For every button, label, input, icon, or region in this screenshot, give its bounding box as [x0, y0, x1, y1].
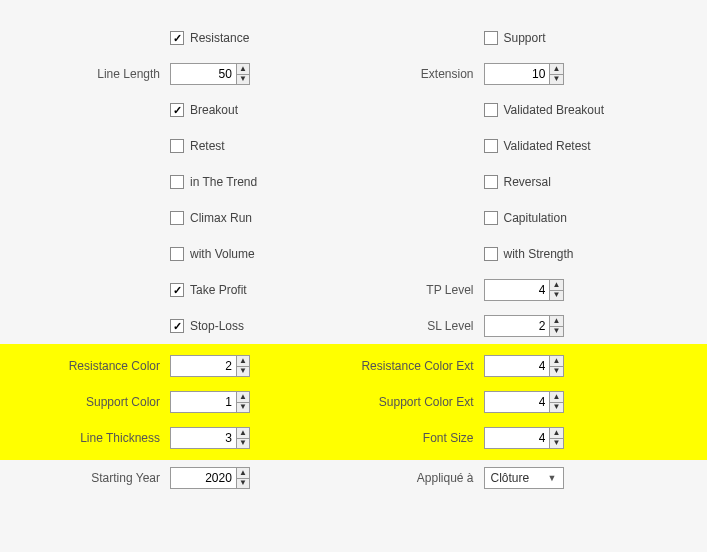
stop-loss-label: Stop-Loss — [190, 319, 244, 333]
resistance-checkbox[interactable]: Resistance — [170, 31, 249, 45]
sl-level-field[interactable] — [485, 316, 550, 336]
climax-run-checkbox[interactable]: Climax Run — [170, 211, 252, 225]
capitulation-checkbox[interactable]: Capitulation — [484, 211, 567, 225]
line-thickness-label: Line Thickness — [40, 431, 170, 445]
extension-input[interactable]: ▲ ▼ — [484, 63, 564, 85]
spinner-up-icon[interactable]: ▲ — [237, 356, 249, 367]
stop-loss-checkbox[interactable]: Stop-Loss — [170, 319, 244, 333]
spinner-down-icon[interactable]: ▼ — [550, 439, 562, 449]
extension-label: Extension — [354, 67, 484, 81]
breakout-checkbox[interactable]: Breakout — [170, 103, 238, 117]
spinner-down-icon[interactable]: ▼ — [550, 367, 562, 377]
line-thickness-input[interactable]: ▲ ▼ — [170, 427, 250, 449]
checkbox-icon — [484, 31, 498, 45]
checkbox-icon — [484, 103, 498, 117]
spinner-down-icon[interactable]: ▼ — [550, 327, 562, 337]
capitulation-label: Capitulation — [504, 211, 567, 225]
spinner-down-icon[interactable]: ▼ — [237, 439, 249, 449]
spinner-up-icon[interactable]: ▲ — [550, 392, 562, 403]
checkbox-icon — [484, 211, 498, 225]
applique-a-label: Appliqué à — [354, 471, 484, 485]
in-the-trend-label: in The Trend — [190, 175, 257, 189]
validated-retest-checkbox[interactable]: Validated Retest — [484, 139, 591, 153]
spinner-up-icon[interactable]: ▲ — [237, 468, 249, 479]
spinner-down-icon[interactable]: ▼ — [550, 291, 562, 301]
checkbox-icon — [484, 247, 498, 261]
support-color-ext-field[interactable] — [485, 392, 550, 412]
resistance-color-field[interactable] — [171, 356, 236, 376]
sl-level-input[interactable]: ▲ ▼ — [484, 315, 564, 337]
starting-year-label: Starting Year — [40, 471, 170, 485]
spinner-down-icon[interactable]: ▼ — [237, 403, 249, 413]
line-length-label: Line Length — [40, 67, 170, 81]
checkbox-icon — [170, 175, 184, 189]
support-label: Support — [504, 31, 546, 45]
spinner-up-icon[interactable]: ▲ — [550, 428, 562, 439]
spinner-down-icon[interactable]: ▼ — [237, 367, 249, 377]
support-color-input[interactable]: ▲ ▼ — [170, 391, 250, 413]
checkbox-icon — [170, 211, 184, 225]
checkbox-icon — [170, 31, 184, 45]
sl-level-label: SL Level — [354, 319, 484, 333]
spinner-down-icon[interactable]: ▼ — [550, 75, 562, 85]
spinner-down-icon[interactable]: ▼ — [237, 479, 249, 489]
tp-level-label: TP Level — [354, 283, 484, 297]
spinner-down-icon[interactable]: ▼ — [237, 75, 249, 85]
in-the-trend-checkbox[interactable]: in The Trend — [170, 175, 257, 189]
resistance-color-input[interactable]: ▲ ▼ — [170, 355, 250, 377]
extension-field[interactable] — [485, 64, 550, 84]
reversal-checkbox[interactable]: Reversal — [484, 175, 551, 189]
font-size-label: Font Size — [354, 431, 484, 445]
support-color-ext-input[interactable]: ▲ ▼ — [484, 391, 564, 413]
retest-label: Retest — [190, 139, 225, 153]
tp-level-field[interactable] — [485, 280, 550, 300]
support-color-field[interactable] — [171, 392, 236, 412]
spinner-up-icon[interactable]: ▲ — [237, 428, 249, 439]
with-strength-label: with Strength — [504, 247, 574, 261]
spinner-up-icon[interactable]: ▲ — [550, 356, 562, 367]
font-size-input[interactable]: ▲ ▼ — [484, 427, 564, 449]
resistance-color-ext-field[interactable] — [485, 356, 550, 376]
spinner-down-icon[interactable]: ▼ — [550, 403, 562, 413]
line-thickness-field[interactable] — [171, 428, 236, 448]
font-size-field[interactable] — [485, 428, 550, 448]
with-volume-checkbox[interactable]: with Volume — [170, 247, 255, 261]
line-length-input[interactable]: ▲ ▼ — [170, 63, 250, 85]
spinner-up-icon[interactable]: ▲ — [550, 280, 562, 291]
take-profit-checkbox[interactable]: Take Profit — [170, 283, 247, 297]
checkbox-icon — [484, 139, 498, 153]
checkbox-icon — [484, 175, 498, 189]
with-strength-checkbox[interactable]: with Strength — [484, 247, 574, 261]
checkbox-icon — [170, 319, 184, 333]
chevron-down-icon: ▼ — [548, 473, 557, 483]
spinner-up-icon[interactable]: ▲ — [237, 392, 249, 403]
climax-run-label: Climax Run — [190, 211, 252, 225]
reversal-label: Reversal — [504, 175, 551, 189]
starting-year-field[interactable] — [171, 468, 236, 488]
support-checkbox[interactable]: Support — [484, 31, 546, 45]
checkbox-icon — [170, 103, 184, 117]
resistance-color-label: Resistance Color — [40, 359, 170, 373]
checkbox-icon — [170, 283, 184, 297]
checkbox-icon — [170, 247, 184, 261]
starting-year-input[interactable]: ▲ ▼ — [170, 467, 250, 489]
validated-breakout-label: Validated Breakout — [504, 103, 605, 117]
support-color-label: Support Color — [40, 395, 170, 409]
resistance-label: Resistance — [190, 31, 249, 45]
line-length-field[interactable] — [171, 64, 236, 84]
validated-breakout-checkbox[interactable]: Validated Breakout — [484, 103, 605, 117]
applique-a-value: Clôture — [491, 471, 530, 485]
spinner-up-icon[interactable]: ▲ — [550, 64, 562, 75]
spinner-up-icon[interactable]: ▲ — [237, 64, 249, 75]
support-color-ext-label: Support Color Ext — [354, 395, 484, 409]
take-profit-label: Take Profit — [190, 283, 247, 297]
spinner-up-icon[interactable]: ▲ — [550, 316, 562, 327]
checkbox-icon — [170, 139, 184, 153]
retest-checkbox[interactable]: Retest — [170, 139, 225, 153]
breakout-label: Breakout — [190, 103, 238, 117]
with-volume-label: with Volume — [190, 247, 255, 261]
resistance-color-ext-input[interactable]: ▲ ▼ — [484, 355, 564, 377]
tp-level-input[interactable]: ▲ ▼ — [484, 279, 564, 301]
highlighted-section: Resistance Color ▲ ▼ Resistance Color Ex… — [0, 344, 707, 460]
applique-a-select[interactable]: Clôture ▼ — [484, 467, 564, 489]
